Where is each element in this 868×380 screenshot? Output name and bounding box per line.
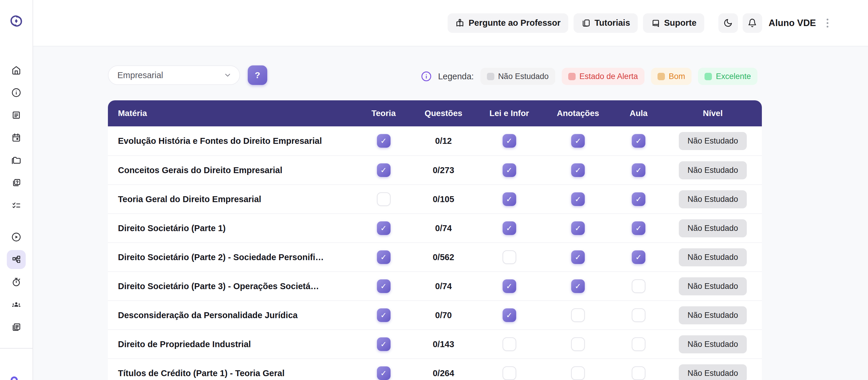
teoria-checkbox[interactable] [377, 164, 391, 177]
home-icon [11, 65, 21, 75]
teoria-checkbox[interactable] [377, 309, 391, 322]
questoes-count[interactable]: 0/105 [433, 195, 455, 204]
materia-title: Evolução História e Fontes do Direito Em… [108, 136, 356, 146]
lei-checkbox[interactable] [503, 164, 516, 177]
lei-checkbox[interactable] [503, 338, 516, 351]
notifications-button[interactable] [743, 13, 762, 33]
subject-dropdown[interactable]: Empresarial [108, 65, 240, 85]
teoria-checkbox[interactable] [377, 193, 391, 206]
lei-checkbox[interactable] [503, 280, 516, 293]
sidebar-bottom-indicator[interactable] [11, 376, 18, 380]
aula-checkbox[interactable] [632, 134, 645, 148]
logo-spiral-icon [8, 12, 25, 30]
sidebar-item-folder[interactable] [11, 155, 21, 165]
anotacoes-checkbox[interactable] [571, 280, 585, 293]
dark-mode-button[interactable] [718, 13, 738, 33]
lei-checkbox[interactable] [503, 367, 516, 380]
user-name: Aluno VDE [769, 18, 816, 28]
question-copy-icon [11, 178, 21, 187]
teoria-checkbox[interactable] [377, 222, 391, 235]
questoes-count[interactable]: 0/273 [433, 166, 455, 175]
column-header-nivel: Nível [664, 109, 762, 118]
aula-checkbox[interactable] [632, 280, 645, 293]
sidebar-item-timer[interactable] [11, 277, 21, 287]
questoes-count[interactable]: 0/74 [435, 282, 452, 291]
anotacoes-checkbox[interactable] [571, 367, 585, 380]
anotacoes-checkbox[interactable] [571, 134, 585, 148]
table-row: Conceitos Gerais do Direito Empresarial … [108, 155, 762, 184]
timer-icon [11, 277, 21, 287]
lei-checkbox[interactable] [503, 222, 516, 235]
support-button[interactable]: Suporte [643, 13, 704, 33]
flowchart-icon [11, 255, 21, 264]
lei-checkbox[interactable] [503, 134, 516, 148]
aula-checkbox[interactable] [632, 164, 645, 177]
aula-checkbox[interactable] [632, 193, 645, 206]
table-row: Direito de Propriedade Industrial 0/143 … [108, 329, 762, 358]
legend-item: Excelente [698, 68, 757, 85]
materia-title: Conceitos Gerais do Direito Empresarial [108, 166, 356, 175]
user-menu-button[interactable] [825, 17, 830, 29]
teoria-checkbox[interactable] [377, 134, 391, 148]
kebab-dot [827, 26, 828, 28]
sidebar-item-home[interactable] [11, 65, 21, 75]
sidebar-item-calendar[interactable] [11, 133, 21, 143]
aula-checkbox[interactable] [632, 222, 645, 235]
aula-checkbox[interactable] [632, 251, 645, 264]
sidebar-item-checklist[interactable] [11, 200, 21, 210]
sidebar-item-info[interactable] [11, 88, 21, 98]
aula-checkbox[interactable] [632, 338, 645, 351]
anotacoes-checkbox[interactable] [571, 222, 585, 235]
legend-color-dot [487, 73, 494, 80]
anotacoes-checkbox[interactable] [571, 338, 585, 351]
questoes-count[interactable]: 0/143 [433, 340, 455, 349]
materia-title: Direito Societário (Parte 1) [108, 224, 356, 233]
questoes-count[interactable]: 0/264 [433, 369, 455, 378]
sidebar [0, 0, 33, 380]
table-row: Direito Societário (Parte 2) - Sociedade… [108, 242, 762, 271]
anotacoes-checkbox[interactable] [571, 251, 585, 264]
column-header-anotacoes: Anotações [542, 109, 614, 118]
lei-checkbox[interactable] [503, 309, 516, 322]
support-label: Suporte [664, 18, 696, 28]
lei-checkbox[interactable] [503, 193, 516, 206]
subjects-table: Matéria Teoria Questões Lei e Infor Anot… [108, 100, 762, 380]
nivel-badge: Não Estudado [679, 248, 746, 266]
help-button[interactable]: ? [248, 65, 267, 85]
sidebar-nav [7, 65, 26, 332]
questoes-count[interactable]: 0/74 [435, 224, 452, 233]
teoria-checkbox[interactable] [377, 367, 391, 380]
folder-icon [11, 155, 21, 165]
ask-professor-icon [455, 18, 464, 28]
sidebar-item-questions[interactable] [11, 178, 21, 187]
nivel-badge: Não Estudado [679, 306, 746, 324]
tutorials-button[interactable]: Tutoriais [574, 13, 638, 33]
column-header-aula: Aula [614, 109, 664, 118]
teoria-checkbox[interactable] [377, 338, 391, 351]
aula-checkbox[interactable] [632, 367, 645, 380]
tutorials-icon [581, 18, 590, 28]
legend-color-dot [705, 73, 712, 80]
app-logo[interactable] [8, 12, 25, 30]
anotacoes-checkbox[interactable] [571, 193, 585, 206]
teoria-checkbox[interactable] [377, 251, 391, 264]
questoes-count[interactable]: 0/12 [435, 136, 452, 146]
topbar: Pergunte ao Professor Tutoriais Suporte … [33, 0, 868, 47]
questoes-count[interactable]: 0/562 [433, 253, 455, 262]
sidebar-item-document[interactable] [11, 110, 21, 120]
aula-checkbox[interactable] [632, 309, 645, 322]
nivel-badge: Não Estudado [679, 364, 746, 380]
sidebar-item-news[interactable] [11, 322, 21, 332]
sidebar-item-flowchart-active[interactable] [7, 250, 26, 269]
legend-item-label: Não Estudado [498, 72, 549, 81]
ask-professor-button[interactable]: Pergunte ao Professor [447, 13, 568, 33]
questoes-count[interactable]: 0/70 [435, 311, 452, 320]
lei-checkbox[interactable] [503, 251, 516, 264]
anotacoes-checkbox[interactable] [571, 309, 585, 322]
sidebar-item-community[interactable] [11, 299, 21, 310]
teoria-checkbox[interactable] [377, 280, 391, 293]
materia-title: Títulos de Crédito (Parte 1) - Teoria Ge… [108, 369, 356, 378]
anotacoes-checkbox[interactable] [571, 164, 585, 177]
sidebar-item-play[interactable] [11, 232, 21, 242]
legend-info-icon[interactable] [421, 71, 432, 82]
